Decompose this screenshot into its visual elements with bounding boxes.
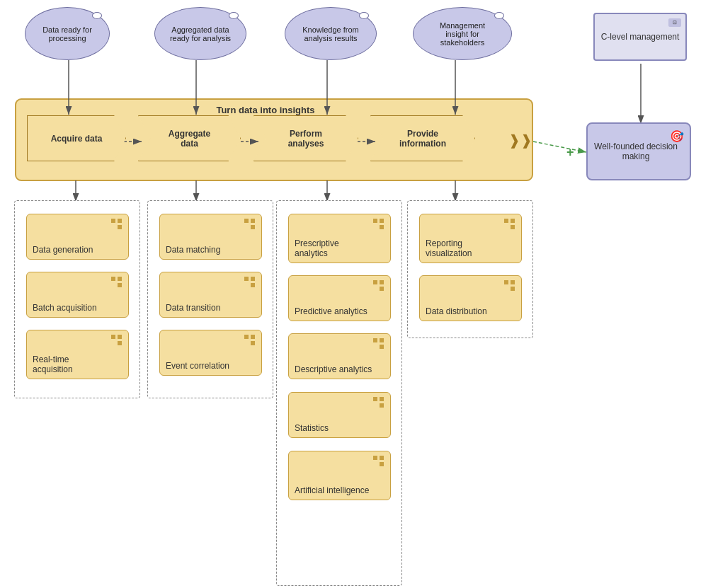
window-icon: ⊡ (668, 18, 681, 27)
ellipse-knowledge: Knowledge from analysis results (285, 7, 377, 60)
svg-text:❱❱: ❱❱ (508, 132, 532, 149)
grid-icon (373, 338, 384, 350)
grid-icon (244, 335, 256, 346)
cap-statistics: Statistics (288, 392, 391, 438)
svg-text:Turn data into insights: Turn data into insights (216, 105, 314, 115)
sub-container-acquire: Data generation Batch acquisition Real-t… (14, 200, 140, 398)
diagram-container: Turn data into insights ❱❱ Data read (0, 0, 701, 588)
sub-container-aggregate: Data matching Data transition Event corr… (147, 200, 273, 398)
cap-descriptive-analytics: Descriptive analytics (288, 333, 391, 379)
grid-icon (504, 280, 515, 292)
ellipse-data-ready: Data ready for processing (25, 7, 110, 60)
grid-icon (373, 280, 384, 292)
step-acquire-data: Acquire data (27, 115, 126, 161)
cap-data-generation: Data generation (26, 214, 129, 260)
grid-icon (373, 456, 384, 467)
step-perform-analyses: Perform analyses (253, 115, 358, 161)
cap-batch-acquisition: Batch acquisition (26, 272, 129, 318)
cap-artificial-intelligence: Artificial intelligence (288, 451, 391, 500)
cap-reporting-visualization: Reporting visualization (419, 214, 522, 263)
ellipse-aggregated-data: Aggregated data ready for analysis (154, 7, 246, 60)
sub-container-analyses: Prescriptive analytics Predictive analyt… (276, 200, 402, 586)
grid-icon (504, 219, 515, 230)
cap-predictive-analytics: Predictive analytics (288, 275, 391, 321)
management-box: ⊡ C-level management (593, 13, 687, 61)
sub-container-information: Reporting visualization Data distributio… (407, 200, 533, 338)
cap-prescriptive-analytics: Prescriptive analytics (288, 214, 391, 263)
grid-icon (111, 277, 122, 288)
grid-icon (244, 219, 256, 230)
step-provide-information: Provide information (370, 115, 475, 161)
ellipse-management-insight: Management insight for stakeholders (413, 7, 512, 60)
cap-data-distribution: Data distribution (419, 275, 522, 321)
grid-icon (373, 219, 384, 230)
grid-icon (244, 277, 256, 288)
cap-realtime-acquisition: Real-time acquisition (26, 330, 129, 379)
cap-data-transition: Data transition (159, 272, 262, 318)
grid-icon (111, 219, 122, 230)
cap-event-correlation: Event correlation (159, 330, 262, 376)
cap-data-matching: Data matching (159, 214, 262, 260)
grid-icon (373, 397, 384, 408)
svg-line-18 (533, 142, 586, 152)
grid-icon (111, 335, 122, 346)
step-aggregate-data: Aggregate data (138, 115, 241, 161)
target-icon: 🎯 (670, 129, 684, 143)
decision-box: 🎯 Well-founded decision making (586, 122, 691, 180)
plus-sign: + (566, 145, 574, 160)
